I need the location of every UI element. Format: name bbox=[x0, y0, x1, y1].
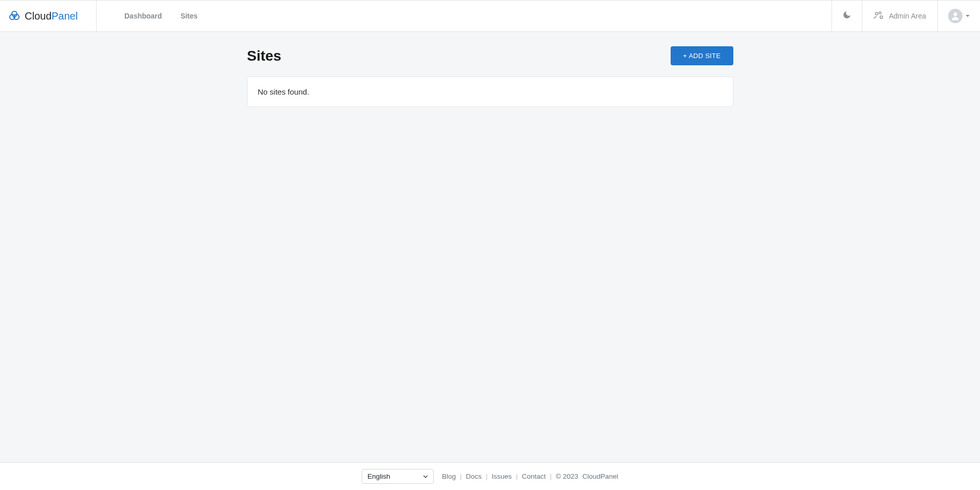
footer-link-contact[interactable]: Contact bbox=[522, 473, 546, 480]
footer-separator: | bbox=[486, 473, 488, 480]
admin-area-label: Admin Area bbox=[889, 12, 926, 20]
avatar bbox=[948, 9, 963, 23]
dark-mode-toggle[interactable] bbox=[831, 1, 862, 31]
svg-point-5 bbox=[880, 15, 882, 18]
nav-link-dashboard[interactable]: Dashboard bbox=[115, 1, 171, 31]
chevron-down-icon bbox=[966, 15, 970, 17]
moon-icon bbox=[842, 10, 852, 22]
svg-point-6 bbox=[954, 12, 957, 16]
add-site-button[interactable]: + ADD SITE bbox=[671, 46, 733, 65]
brand-logo[interactable]: CloudPanel bbox=[0, 1, 97, 31]
footer-link-brand[interactable]: CloudPanel bbox=[582, 473, 618, 480]
language-select[interactable]: English bbox=[362, 469, 434, 484]
svg-point-4 bbox=[879, 11, 881, 13]
user-menu[interactable] bbox=[937, 1, 980, 31]
nav-link-sites[interactable]: Sites bbox=[171, 1, 207, 31]
footer-separator: | bbox=[516, 473, 518, 480]
admin-area-link[interactable]: Admin Area bbox=[862, 1, 937, 31]
users-gear-icon bbox=[874, 11, 884, 22]
page-header: Sites + ADD SITE bbox=[247, 46, 733, 65]
navbar-right: Admin Area bbox=[831, 1, 980, 31]
footer: English Blog | Docs | Issues | Contact |… bbox=[0, 462, 980, 490]
empty-state-text: No sites found. bbox=[258, 87, 723, 96]
footer-separator: | bbox=[550, 473, 552, 480]
container: Sites + ADD SITE No sites found. bbox=[247, 46, 733, 107]
footer-link-issues[interactable]: Issues bbox=[492, 473, 512, 480]
brand-text-part2: Panel bbox=[51, 10, 78, 22]
sites-card: No sites found. bbox=[247, 77, 733, 107]
cloud-logo-icon bbox=[8, 10, 21, 22]
footer-link-blog[interactable]: Blog bbox=[442, 473, 456, 480]
navbar: CloudPanel Dashboard Sites bbox=[0, 0, 980, 32]
brand-text-part1: Cloud bbox=[25, 10, 51, 22]
footer-copyright: © 2023 bbox=[556, 473, 578, 480]
footer-separator: | bbox=[460, 473, 462, 480]
page-title: Sites bbox=[247, 48, 282, 64]
main-content: Sites + ADD SITE No sites found. bbox=[0, 32, 980, 462]
footer-link-docs[interactable]: Docs bbox=[466, 473, 482, 480]
navbar-nav: Dashboard Sites bbox=[97, 1, 831, 31]
brand-text: CloudPanel bbox=[25, 10, 78, 22]
footer-links: Blog | Docs | Issues | Contact | © 2023 … bbox=[442, 473, 618, 480]
svg-point-3 bbox=[875, 12, 878, 15]
